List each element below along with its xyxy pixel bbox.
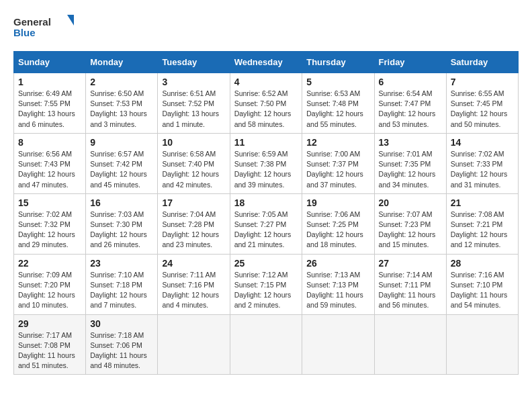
calendar-cell: 26Sunrise: 7:13 AM Sunset: 7:13 PM Dayli… (302, 254, 374, 314)
day-info: Sunrise: 7:08 AM Sunset: 7:21 PM Dayligh… (451, 210, 514, 250)
calendar-cell (230, 314, 302, 375)
day-header-tuesday: Tuesday (158, 52, 230, 73)
day-info: Sunrise: 6:55 AM Sunset: 7:45 PM Dayligh… (451, 89, 514, 130)
calendar-cell: 15Sunrise: 7:02 AM Sunset: 7:32 PM Dayli… (14, 193, 86, 254)
day-info: Sunrise: 6:58 AM Sunset: 7:40 PM Dayligh… (162, 149, 225, 190)
calendar-cell (446, 314, 518, 375)
day-info: Sunrise: 7:18 AM Sunset: 7:06 PM Dayligh… (90, 330, 153, 371)
day-number: 21 (451, 197, 514, 208)
day-info: Sunrise: 7:00 AM Sunset: 7:37 PM Dayligh… (306, 149, 369, 190)
day-info: Sunrise: 7:02 AM Sunset: 7:33 PM Dayligh… (451, 149, 514, 190)
day-info: Sunrise: 7:17 AM Sunset: 7:08 PM Dayligh… (18, 330, 81, 371)
day-info: Sunrise: 7:03 AM Sunset: 7:30 PM Dayligh… (90, 210, 153, 250)
calendar-cell: 23Sunrise: 7:10 AM Sunset: 7:18 PM Dayli… (86, 254, 158, 314)
calendar-cell: 7Sunrise: 6:55 AM Sunset: 7:45 PM Daylig… (446, 73, 518, 134)
calendar-header-row: SundayMondayTuesdayWednesdayThursdayFrid… (14, 52, 519, 73)
day-number: 30 (90, 318, 153, 329)
day-number: 10 (162, 137, 225, 148)
calendar-cell (374, 314, 446, 375)
day-number: 11 (234, 137, 298, 148)
day-number: 15 (18, 197, 81, 208)
calendar-cell: 9Sunrise: 6:57 AM Sunset: 7:42 PM Daylig… (86, 133, 158, 193)
svg-text:General: General (13, 16, 51, 28)
day-number: 4 (234, 77, 298, 87)
day-header-sunday: Sunday (14, 52, 86, 73)
day-number: 26 (306, 258, 369, 269)
day-number: 6 (379, 77, 442, 87)
calendar-cell: 10Sunrise: 6:58 AM Sunset: 7:40 PM Dayli… (158, 133, 230, 193)
day-number: 25 (234, 258, 298, 269)
day-info: Sunrise: 6:50 AM Sunset: 7:53 PM Dayligh… (90, 89, 153, 130)
calendar-cell: 12Sunrise: 7:00 AM Sunset: 7:37 PM Dayli… (302, 133, 374, 193)
day-number: 24 (162, 258, 225, 269)
day-number: 12 (306, 137, 369, 148)
day-info: Sunrise: 6:56 AM Sunset: 7:43 PM Dayligh… (18, 149, 81, 190)
day-info: Sunrise: 6:57 AM Sunset: 7:42 PM Dayligh… (90, 149, 153, 190)
calendar-cell: 1Sunrise: 6:49 AM Sunset: 7:55 PM Daylig… (14, 73, 86, 134)
day-info: Sunrise: 6:53 AM Sunset: 7:48 PM Dayligh… (306, 89, 369, 130)
day-info: Sunrise: 7:01 AM Sunset: 7:35 PM Dayligh… (379, 149, 442, 190)
day-number: 13 (379, 137, 442, 148)
day-number: 3 (162, 77, 225, 87)
day-header-monday: Monday (86, 52, 158, 73)
calendar-cell: 30Sunrise: 7:18 AM Sunset: 7:06 PM Dayli… (86, 314, 158, 375)
calendar-week-row: 1Sunrise: 6:49 AM Sunset: 7:55 PM Daylig… (14, 73, 519, 134)
calendar-week-row: 22Sunrise: 7:09 AM Sunset: 7:20 PM Dayli… (14, 254, 519, 314)
day-info: Sunrise: 6:49 AM Sunset: 7:55 PM Dayligh… (18, 89, 81, 130)
calendar-cell: 6Sunrise: 6:54 AM Sunset: 7:47 PM Daylig… (374, 73, 446, 134)
day-info: Sunrise: 7:09 AM Sunset: 7:20 PM Dayligh… (18, 270, 81, 311)
calendar-cell: 24Sunrise: 7:11 AM Sunset: 7:16 PM Dayli… (158, 254, 230, 314)
day-info: Sunrise: 7:16 AM Sunset: 7:10 PM Dayligh… (451, 270, 514, 311)
day-number: 19 (306, 197, 369, 208)
calendar-week-row: 15Sunrise: 7:02 AM Sunset: 7:32 PM Dayli… (14, 193, 519, 254)
calendar-cell: 19Sunrise: 7:06 AM Sunset: 7:25 PM Dayli… (302, 193, 374, 254)
day-info: Sunrise: 7:07 AM Sunset: 7:23 PM Dayligh… (379, 210, 442, 250)
day-number: 27 (379, 258, 442, 269)
svg-text:Blue: Blue (13, 27, 36, 38)
day-number: 29 (18, 318, 81, 329)
day-number: 20 (379, 197, 442, 208)
day-info: Sunrise: 7:05 AM Sunset: 7:27 PM Dayligh… (234, 210, 298, 250)
calendar-cell: 20Sunrise: 7:07 AM Sunset: 7:23 PM Dayli… (374, 193, 446, 254)
day-header-wednesday: Wednesday (230, 52, 302, 73)
calendar-cell: 21Sunrise: 7:08 AM Sunset: 7:21 PM Dayli… (446, 193, 518, 254)
day-number: 1 (18, 77, 81, 87)
calendar-cell: 4Sunrise: 6:52 AM Sunset: 7:50 PM Daylig… (230, 73, 302, 134)
day-info: Sunrise: 6:52 AM Sunset: 7:50 PM Dayligh… (234, 89, 298, 130)
svg-marker-2 (67, 15, 74, 26)
day-number: 22 (18, 258, 81, 269)
day-info: Sunrise: 6:59 AM Sunset: 7:38 PM Dayligh… (234, 149, 298, 190)
calendar-cell (158, 314, 230, 375)
calendar-cell: 14Sunrise: 7:02 AM Sunset: 7:33 PM Dayli… (446, 133, 518, 193)
page-header: General Blue (13, 13, 519, 40)
logo-svg: General Blue (13, 13, 74, 40)
logo: General Blue (13, 13, 74, 40)
calendar-cell: 28Sunrise: 7:16 AM Sunset: 7:10 PM Dayli… (446, 254, 518, 314)
calendar-cell: 25Sunrise: 7:12 AM Sunset: 7:15 PM Dayli… (230, 254, 302, 314)
day-info: Sunrise: 7:11 AM Sunset: 7:16 PM Dayligh… (162, 270, 225, 311)
day-info: Sunrise: 6:54 AM Sunset: 7:47 PM Dayligh… (379, 89, 442, 130)
calendar-cell: 13Sunrise: 7:01 AM Sunset: 7:35 PM Dayli… (374, 133, 446, 193)
day-number: 9 (90, 137, 153, 148)
day-info: Sunrise: 7:10 AM Sunset: 7:18 PM Dayligh… (90, 270, 153, 311)
calendar-cell: 17Sunrise: 7:04 AM Sunset: 7:28 PM Dayli… (158, 193, 230, 254)
day-number: 2 (90, 77, 153, 87)
day-header-friday: Friday (374, 52, 446, 73)
day-info: Sunrise: 7:04 AM Sunset: 7:28 PM Dayligh… (162, 210, 225, 250)
day-number: 7 (451, 77, 514, 87)
day-number: 5 (306, 77, 369, 87)
calendar-cell: 16Sunrise: 7:03 AM Sunset: 7:30 PM Dayli… (86, 193, 158, 254)
calendar-cell: 2Sunrise: 6:50 AM Sunset: 7:53 PM Daylig… (86, 73, 158, 134)
day-number: 23 (90, 258, 153, 269)
day-header-thursday: Thursday (302, 52, 374, 73)
calendar-table: SundayMondayTuesdayWednesdayThursdayFrid… (13, 51, 519, 375)
day-info: Sunrise: 7:06 AM Sunset: 7:25 PM Dayligh… (306, 210, 369, 250)
day-number: 28 (451, 258, 514, 269)
day-header-saturday: Saturday (446, 52, 518, 73)
calendar-week-row: 8Sunrise: 6:56 AM Sunset: 7:43 PM Daylig… (14, 133, 519, 193)
day-info: Sunrise: 7:02 AM Sunset: 7:32 PM Dayligh… (18, 210, 81, 250)
calendar-cell: 5Sunrise: 6:53 AM Sunset: 7:48 PM Daylig… (302, 73, 374, 134)
calendar-cell: 3Sunrise: 6:51 AM Sunset: 7:52 PM Daylig… (158, 73, 230, 134)
day-number: 18 (234, 197, 298, 208)
calendar-cell: 27Sunrise: 7:14 AM Sunset: 7:11 PM Dayli… (374, 254, 446, 314)
